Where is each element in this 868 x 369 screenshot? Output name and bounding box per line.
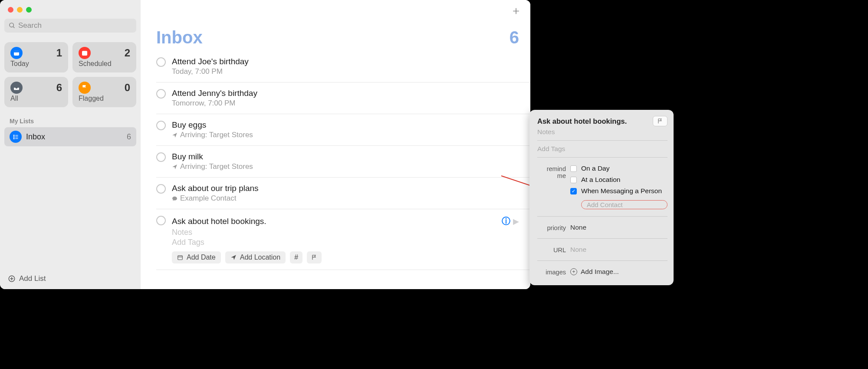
add-date-chip[interactable]: Add Date [172, 251, 221, 264]
list-count: 6 [510, 28, 519, 47]
sidebar-list-count: 6 [127, 132, 131, 142]
reminder-subtitle: Arriving: Target Stores [172, 131, 519, 139]
smart-today[interactable]: 1 Today [4, 42, 68, 72]
svg-line-1 [13, 26, 14, 28]
search-placeholder: Search [18, 21, 42, 30]
detail-title[interactable]: Ask about hotel bookings. [537, 117, 627, 125]
complete-toggle[interactable] [156, 216, 166, 225]
detail-notes-field[interactable]: Notes [537, 128, 667, 136]
checkbox-checked-icon: ✓ [570, 188, 577, 194]
smart-scheduled[interactable]: 2 Scheduled [72, 42, 136, 72]
calendar-today-icon [10, 47, 23, 59]
search-icon [9, 22, 16, 29]
main-content: ＋ Inbox 6 Attend Joe's birthday Today, 7… [141, 0, 530, 289]
tray-icon [10, 82, 23, 94]
url-field[interactable]: None [570, 246, 667, 254]
search-input[interactable]: Search [4, 19, 136, 33]
add-image-button[interactable]: + Add Image... [570, 268, 667, 276]
reminder-row[interactable]: Attend Joe's birthday Today, 7:00 PM [156, 51, 530, 82]
priority-label: priority [537, 224, 566, 231]
notes-field[interactable]: Notes [172, 228, 519, 237]
priority-selector[interactable]: None [570, 224, 667, 231]
smart-all-label: All [10, 95, 62, 102]
remind-at-location-checkbox[interactable]: At a Location [570, 176, 667, 184]
sidebar-list-inbox[interactable]: Inbox 6 [4, 127, 136, 146]
reminder-title: Buy eggs [172, 120, 519, 130]
plus-circle-icon: + [570, 268, 577, 275]
reminder-title[interactable]: Ask about hotel bookings. [172, 217, 502, 226]
complete-toggle[interactable] [156, 121, 166, 130]
add-list-button[interactable]: Add List [4, 269, 136, 289]
smart-flagged-label: Flagged [79, 95, 130, 102]
reminder-row[interactable]: Buy eggs Arriving: Target Stores [156, 114, 530, 146]
svg-point-9 [13, 138, 14, 139]
sidebar-list-label: Inbox [26, 132, 127, 142]
info-button[interactable]: ⓘ [502, 215, 510, 227]
reminder-subtitle: Arriving: Target Stores [172, 162, 519, 171]
plus-circle-icon [8, 275, 16, 283]
minimize-window-button[interactable] [17, 7, 23, 13]
location-arrow-icon [230, 254, 237, 260]
url-label: URL [537, 246, 566, 254]
reminder-title: Attend Joe's birthday [172, 57, 519, 66]
calendar-icon [79, 47, 91, 59]
reminder-row-editing[interactable]: Ask about hotel bookings. ⓘ ▶ Notes Add … [156, 209, 530, 270]
checkbox-icon [570, 177, 577, 183]
smart-all[interactable]: 6 All [4, 77, 68, 107]
new-reminder-button[interactable]: ＋ [510, 3, 522, 18]
remind-me-label: remind me [537, 165, 566, 179]
sidebar: Search 1 Today 2 Scheduled [0, 0, 141, 289]
flag-icon [311, 254, 317, 260]
location-arrow-icon [172, 164, 178, 170]
remind-on-day-checkbox[interactable]: On a Day [570, 165, 667, 172]
svg-point-7 [13, 136, 14, 137]
reminders-window: Search 1 Today 2 Scheduled [0, 0, 530, 289]
main-toolbar: ＋ [141, 0, 530, 21]
remind-when-messaging-checkbox[interactable]: ✓ When Messaging a Person [570, 187, 667, 195]
images-label: images [537, 268, 566, 276]
smart-flagged[interactable]: 0 Flagged [72, 77, 136, 107]
reminder-subtitle: Example Contact [172, 194, 519, 203]
quick-action-row: Add Date Add Location # [172, 251, 519, 264]
complete-toggle[interactable] [156, 57, 166, 67]
reminder-row[interactable]: Buy milk Arriving: Target Stores [156, 146, 530, 178]
reminder-row[interactable]: Ask about our trip plans Example Contact [156, 178, 530, 209]
smart-scheduled-label: Scheduled [79, 60, 130, 68]
reminder-row[interactable]: Attend Jenny's birthday Tomorrow, 7:00 P… [156, 82, 530, 114]
add-location-chip[interactable]: Add Location [225, 251, 286, 264]
add-list-label: Add List [19, 274, 46, 283]
reminder-subtitle: Tomorrow, 7:00 PM [172, 99, 519, 108]
close-window-button[interactable] [8, 7, 13, 13]
svg-rect-3 [14, 51, 19, 52]
add-tag-chip[interactable]: # [290, 251, 302, 264]
flag-icon [79, 82, 91, 94]
detail-tags-field[interactable]: Add Tags [537, 145, 667, 153]
chat-bubble-icon [172, 196, 178, 201]
detail-flag-button[interactable] [653, 116, 667, 126]
zoom-window-button[interactable] [26, 7, 32, 13]
list-icon [10, 131, 22, 143]
smart-all-count: 6 [56, 82, 62, 94]
main-header: Inbox 6 [141, 21, 530, 51]
checkbox-icon [570, 165, 577, 172]
flag-chip[interactable] [307, 251, 322, 264]
reminder-list: Attend Joe's birthday Today, 7:00 PM Att… [141, 51, 530, 274]
location-arrow-icon [172, 132, 178, 138]
smart-flagged-count: 0 [125, 82, 130, 94]
reminder-title: Buy milk [172, 152, 519, 161]
tags-field[interactable]: Add Tags [172, 238, 519, 247]
reminder-title: Ask about our trip plans [172, 184, 519, 193]
detail-pointer-icon: ▶ [513, 217, 519, 226]
calendar-icon [177, 254, 183, 260]
window-controls [4, 4, 136, 19]
my-lists-header: My Lists [4, 116, 136, 127]
smart-today-label: Today [10, 60, 62, 68]
complete-toggle[interactable] [156, 184, 166, 194]
complete-toggle[interactable] [156, 152, 166, 162]
complete-toggle[interactable] [156, 89, 166, 99]
add-contact-field[interactable]: Add Contact [581, 200, 667, 209]
svg-rect-14 [178, 256, 183, 260]
smart-scheduled-count: 2 [125, 47, 130, 59]
flag-icon [657, 118, 663, 124]
svg-point-5 [13, 135, 14, 135]
